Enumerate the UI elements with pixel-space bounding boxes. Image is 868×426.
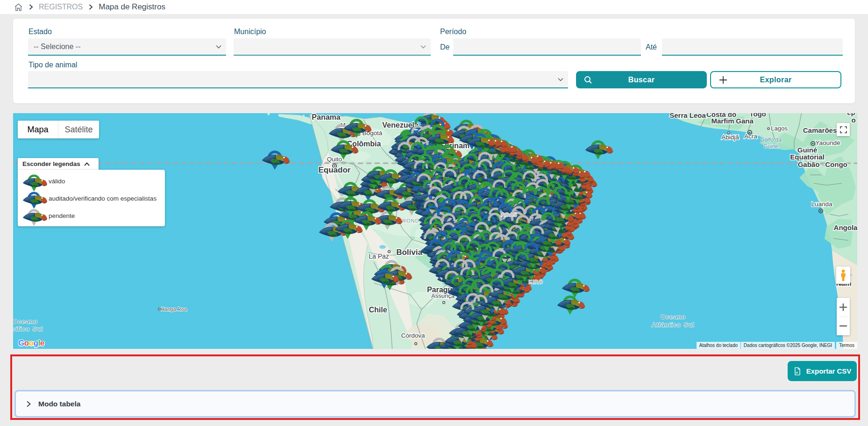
- svg-text:Gana: Gana: [736, 117, 754, 125]
- svg-text:Abidjã: Abidjã: [721, 134, 739, 141]
- svg-text:Chile: Chile: [369, 306, 387, 314]
- svg-text:x: x: [796, 370, 797, 374]
- svg-text:Gabão: Gabão: [798, 160, 820, 168]
- svg-text:Luanda: Luanda: [811, 201, 832, 208]
- svg-text:o: o: [851, 116, 855, 124]
- svg-text:pendente: pendente: [49, 212, 75, 219]
- svg-text:Equatorial: Equatorial: [790, 153, 824, 161]
- svg-text:Guiné: Guiné: [763, 143, 778, 150]
- svg-text:cífico Sul: cífico Sul: [13, 325, 43, 332]
- svg-text:Yaoundé: Yaoundé: [815, 139, 840, 146]
- svg-text:Oceano: Oceano: [13, 318, 38, 325]
- svg-text:Atlântico Sul: Atlântico Sul: [652, 321, 695, 328]
- svg-text:Bolívia: Bolívia: [396, 248, 422, 257]
- svg-text:Lagos: Lagos: [771, 125, 788, 132]
- svg-text:EIRO: EIRO: [529, 279, 543, 285]
- svg-text:Angola: Angola: [834, 224, 857, 231]
- svg-text:Equador: Equador: [319, 166, 351, 174]
- svg-text:La Paz: La Paz: [369, 253, 389, 260]
- svg-text:Hanga Roa: Hanga Roa: [161, 306, 187, 312]
- svg-text:Camarões: Camarões: [803, 126, 837, 134]
- svg-text:Córdova: Córdova: [401, 332, 425, 339]
- svg-text:AOAS: AOAS: [501, 212, 518, 217]
- svg-text:Panama: Panama: [312, 113, 340, 121]
- svg-text:Oceano: Oceano: [661, 313, 686, 320]
- svg-text:válido: válido: [49, 178, 65, 185]
- svg-text:Togo: Togo: [749, 113, 766, 118]
- svg-text:Marfim: Marfim: [711, 117, 734, 125]
- svg-text:Golfo da: Golfo da: [760, 137, 782, 143]
- svg-text:auditado/verificando com espec: auditado/verificando com especialistas: [49, 195, 157, 202]
- svg-text:Quito: Quito: [327, 156, 342, 163]
- svg-text:Serra Leoa: Serra Leoa: [669, 113, 706, 119]
- svg-text:Congo: Congo: [825, 160, 847, 168]
